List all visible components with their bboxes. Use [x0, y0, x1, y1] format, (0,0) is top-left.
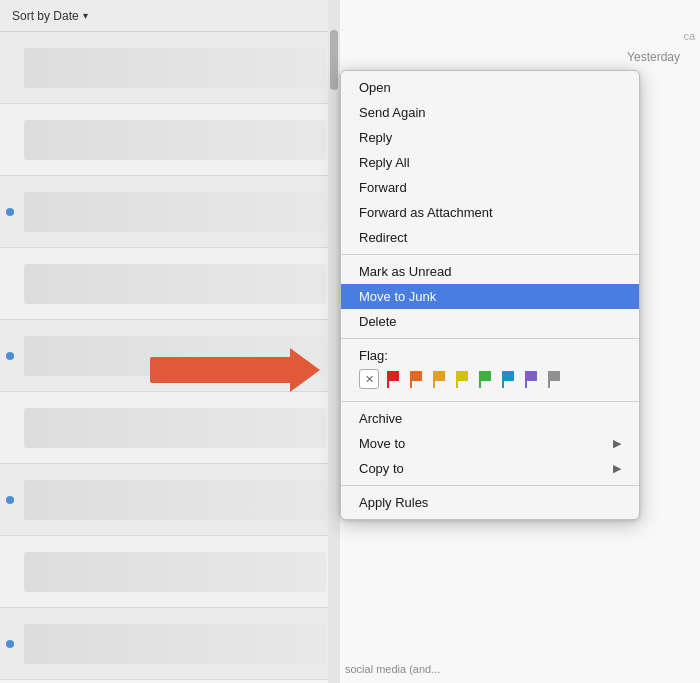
- svg-marker-12: [526, 371, 537, 381]
- flag-color-7[interactable]: [545, 369, 563, 389]
- svg-rect-9: [479, 371, 481, 388]
- email-content-placeholder: [24, 264, 326, 304]
- menu-separator: [341, 401, 639, 402]
- unread-dot: [6, 640, 14, 648]
- sort-by-date-label: Sort by Date: [12, 9, 79, 23]
- menu-item-delete[interactable]: Delete: [341, 309, 639, 334]
- sort-label[interactable]: Sort by Date ▾: [12, 9, 88, 23]
- menu-item-label-redirect: Redirect: [359, 230, 407, 245]
- menu-item-label-delete: Delete: [359, 314, 397, 329]
- email-row[interactable]: [0, 176, 340, 248]
- menu-item-reply-all[interactable]: Reply All: [341, 150, 639, 175]
- menu-item-label-mark-unread: Mark as Unread: [359, 264, 451, 279]
- arrow-head: [290, 348, 320, 392]
- flags-row: ✕: [359, 369, 621, 389]
- submenu-arrow-copy-to: ▶: [613, 462, 621, 475]
- red-arrow: [150, 348, 320, 392]
- social-media-text: social media (and...: [345, 663, 545, 675]
- svg-rect-15: [548, 371, 550, 388]
- svg-marker-4: [434, 371, 445, 381]
- email-content-placeholder: [24, 120, 326, 160]
- email-content-placeholder: [24, 480, 326, 520]
- menu-item-forward[interactable]: Forward: [341, 175, 639, 200]
- menu-separator: [341, 485, 639, 486]
- email-content-placeholder: [24, 624, 326, 664]
- svg-marker-10: [503, 371, 514, 381]
- email-content-placeholder: [24, 48, 326, 88]
- email-content-placeholder: [24, 552, 326, 592]
- svg-marker-6: [457, 371, 468, 381]
- menu-item-mark-unread[interactable]: Mark as Unread: [341, 259, 639, 284]
- email-row[interactable]: [0, 248, 340, 320]
- flag-section: Flag:✕: [341, 343, 639, 397]
- unread-dot: [6, 496, 14, 504]
- email-content-placeholder: [24, 192, 326, 232]
- context-menu: OpenSend AgainReplyReply AllForwardForwa…: [340, 70, 640, 520]
- flag-color-1[interactable]: [407, 369, 425, 389]
- menu-item-copy-to[interactable]: Copy to▶: [341, 456, 639, 481]
- menu-item-open[interactable]: Open: [341, 75, 639, 100]
- unread-dot: [6, 208, 14, 216]
- menu-item-send-again[interactable]: Send Again: [341, 100, 639, 125]
- menu-item-label-copy-to: Copy to: [359, 461, 404, 476]
- svg-marker-0: [388, 371, 399, 381]
- email-row[interactable]: [0, 392, 340, 464]
- scrollbar-track[interactable]: [328, 0, 340, 683]
- menu-item-redirect[interactable]: Redirect: [341, 225, 639, 250]
- email-row[interactable]: [0, 464, 340, 536]
- menu-item-label-send-again: Send Again: [359, 105, 426, 120]
- menu-separator: [341, 338, 639, 339]
- ca-text: ca: [683, 30, 695, 42]
- submenu-arrow-move-to: ▶: [613, 437, 621, 450]
- svg-rect-11: [502, 371, 504, 388]
- menu-item-label-forward: Forward: [359, 180, 407, 195]
- flag-color-2[interactable]: [430, 369, 448, 389]
- menu-item-reply[interactable]: Reply: [341, 125, 639, 150]
- svg-rect-5: [433, 371, 435, 388]
- sort-chevron-icon: ▾: [83, 10, 88, 21]
- email-row[interactable]: [0, 104, 340, 176]
- svg-rect-3: [410, 371, 412, 388]
- flag-label: Flag:: [359, 348, 621, 363]
- menu-item-label-reply: Reply: [359, 130, 392, 145]
- arrow-body: [150, 357, 290, 383]
- menu-separator: [341, 254, 639, 255]
- scrollbar-thumb[interactable]: [330, 30, 338, 90]
- flag-color-4[interactable]: [476, 369, 494, 389]
- email-list-panel: Sort by Date ▾: [0, 0, 340, 683]
- svg-rect-1: [387, 371, 389, 388]
- flag-clear-button[interactable]: ✕: [359, 369, 379, 389]
- email-row[interactable]: [0, 608, 340, 680]
- menu-item-apply-rules[interactable]: Apply Rules: [341, 490, 639, 515]
- menu-item-label-move-junk: Move to Junk: [359, 289, 436, 304]
- email-row[interactable]: [0, 536, 340, 608]
- svg-marker-14: [549, 371, 560, 381]
- svg-rect-13: [525, 371, 527, 388]
- svg-marker-8: [480, 371, 491, 381]
- menu-item-archive[interactable]: Archive: [341, 406, 639, 431]
- menu-item-label-forward-attachment: Forward as Attachment: [359, 205, 493, 220]
- menu-item-move-to[interactable]: Move to▶: [341, 431, 639, 456]
- flag-color-3[interactable]: [453, 369, 471, 389]
- unread-dot: [6, 352, 14, 360]
- svg-marker-2: [411, 371, 422, 381]
- email-content-placeholder: [24, 408, 326, 448]
- menu-item-label-archive: Archive: [359, 411, 402, 426]
- yesterday-label: Yesterday: [627, 50, 680, 64]
- menu-item-move-junk[interactable]: Move to Junk: [341, 284, 639, 309]
- flag-color-0[interactable]: [384, 369, 402, 389]
- svg-rect-7: [456, 371, 458, 388]
- menu-item-label-move-to: Move to: [359, 436, 405, 451]
- menu-item-label-apply-rules: Apply Rules: [359, 495, 428, 510]
- email-row[interactable]: [0, 32, 340, 104]
- menu-item-label-reply-all: Reply All: [359, 155, 410, 170]
- menu-item-label-open: Open: [359, 80, 391, 95]
- sort-bar[interactable]: Sort by Date ▾: [0, 0, 340, 32]
- flag-color-5[interactable]: [499, 369, 517, 389]
- flag-color-6[interactable]: [522, 369, 540, 389]
- menu-item-forward-attachment[interactable]: Forward as Attachment: [341, 200, 639, 225]
